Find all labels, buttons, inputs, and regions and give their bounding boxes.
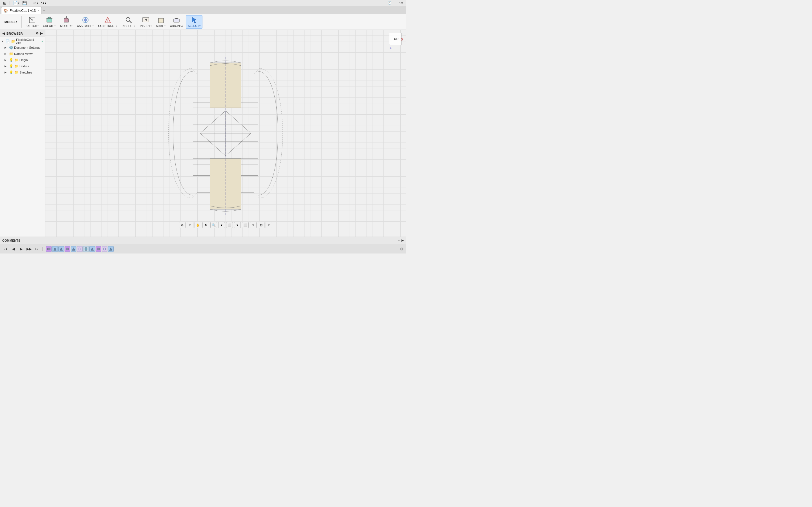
bulb-icon-sketches: 💡 (9, 70, 13, 74)
active-tab[interactable]: 🏠 FlexibleCap1 v13 × (1, 7, 42, 14)
sidebar-settings-button[interactable]: ⚙ (36, 32, 39, 35)
timeline-feature-4[interactable] (64, 246, 70, 252)
model-dropdown[interactable]: MODEL ▾ (2, 15, 19, 29)
main-area: ◀ BROWSER ⚙ ▶ ▼ 📄 📁 FlexibleCap1 v13 ✓ ▶… (0, 30, 406, 237)
svg-rect-3 (47, 18, 52, 22)
tab-bar: 🏠 FlexibleCap1 v13 × + (0, 6, 406, 14)
tree-item-root[interactable]: ▼ 📄 📁 FlexibleCap1 v13 ✓ (0, 38, 45, 45)
toolbar: MODEL ▾ SKETCH ▾ CREATE ▾ (0, 14, 406, 30)
new-file-button[interactable]: 📄▾ (12, 1, 20, 5)
timeline-feature-2[interactable] (52, 246, 58, 252)
sidebar-collapse-button[interactable]: ◀ (2, 32, 5, 36)
sidebar-tree: ▼ 📄 📁 FlexibleCap1 v13 ✓ ▶ ⚙️ Document S… (0, 37, 45, 237)
insert-tool-button[interactable]: INSERT ▾ (138, 15, 153, 29)
svg-rect-26 (174, 19, 179, 22)
save-button[interactable]: 💾 (21, 1, 28, 5)
svg-marker-63 (60, 247, 63, 250)
tab-close-button[interactable]: × (38, 9, 39, 12)
timeline-end-button[interactable]: ⏭ (34, 246, 40, 252)
view-orientation-button[interactable]: ⊕ (179, 222, 186, 228)
sidebar-header: ◀ BROWSER ⚙ ▶ (0, 30, 45, 37)
view-orbit-button[interactable]: ↻ (202, 222, 209, 228)
canvas-area[interactable]: X Z TOP (45, 30, 406, 237)
view-display-button[interactable]: ⬜ (226, 222, 233, 228)
view-orientation-arrow[interactable]: ▾ (187, 222, 193, 228)
top-menubar: ⊞ 📄▾ 💾 ↩▾ ↪▾ 🕐 ?▾ (0, 0, 406, 6)
sketch-tool-button[interactable]: SKETCH ▾ (24, 15, 40, 29)
inspect-tool-button[interactable]: INSPECT ▾ (120, 15, 137, 29)
timeline-feature-7[interactable] (83, 246, 89, 252)
timeline-feature-3[interactable] (58, 246, 64, 252)
timeline-feature-5[interactable] (71, 246, 77, 252)
bulb-icon-bodies: 💡 (9, 64, 13, 68)
help-button[interactable]: ?▾ (398, 1, 404, 5)
timeline-feature-9[interactable] (96, 246, 101, 252)
timeline-bar: ⏮ ◀ ▶ ▶▶ ⏭ (0, 244, 406, 253)
timeline-feature-8[interactable] (89, 246, 95, 252)
assemble-tool-button[interactable]: ASSEMBLE ▾ (75, 15, 95, 29)
tree-item-bodies[interactable]: ▶ 💡 📁 Bodies (0, 63, 45, 69)
svg-line-45 (200, 133, 225, 156)
new-tab-button[interactable]: + (43, 7, 45, 14)
construct-tool-button[interactable]: CONSTRUCT ▾ (96, 15, 119, 29)
timeline-settings-button[interactable]: ⚙ (400, 247, 404, 251)
tree-item-doc-settings[interactable]: ▶ ⚙️ Document Settings (0, 45, 45, 51)
folder-sketches-icon: 📁 (14, 70, 18, 74)
view-cube-top-button[interactable]: TOP (389, 33, 402, 45)
svg-line-43 (225, 111, 251, 133)
svg-point-66 (79, 248, 81, 250)
comments-collapse-button[interactable]: ▶ (402, 238, 404, 242)
sidebar: ◀ BROWSER ⚙ ▶ ▼ 📄 📁 FlexibleCap1 v13 ✓ ▶… (0, 30, 45, 237)
timeline-forward-button[interactable]: ▶▶ (26, 246, 32, 252)
view-effects-arrow[interactable]: ▾ (250, 222, 257, 228)
tab-title: FlexibleCap1 v13 (10, 9, 36, 13)
comments-add-button[interactable]: + (398, 239, 400, 242)
tree-label-named-views: Named Views (14, 52, 44, 55)
undo-button[interactable]: ↩▾ (33, 1, 39, 5)
svg-point-2 (32, 19, 33, 20)
timeline-feature-6[interactable] (77, 246, 83, 252)
view-display-arrow[interactable]: ▾ (234, 222, 241, 228)
select-tool-button[interactable]: SELECT ▾ (186, 15, 202, 29)
bulb-icon-origin: 💡 (9, 58, 13, 62)
tree-item-named-views[interactable]: ▶ 📁 Named Views (0, 51, 45, 57)
svg-line-20 (130, 21, 132, 23)
view-grid-arrow[interactable]: ▾ (266, 222, 272, 228)
app-menu-button[interactable]: ⊞ (2, 1, 7, 6)
tree-label-sketches: Sketches (19, 71, 44, 74)
timeline-rewind-button[interactable]: ⏮ (2, 246, 8, 252)
z-axis-label: Z (390, 46, 400, 50)
timeline-feature-10[interactable] (102, 246, 107, 252)
timeline-back-button[interactable]: ◀ (10, 246, 16, 252)
view-zoom-arrow[interactable]: ▾ (218, 222, 225, 228)
svg-rect-61 (47, 248, 50, 250)
make-tool-button[interactable]: MAKE ▾ (154, 15, 167, 29)
svg-line-16 (108, 17, 110, 23)
folder-origin-icon: 📁 (14, 58, 18, 62)
svg-marker-68 (91, 247, 94, 250)
view-grid-button[interactable]: ⊞ (258, 222, 264, 228)
tree-label-root: FlexibleCap1 v13 (16, 38, 40, 45)
create-tool-button[interactable]: CREATE ▾ (42, 15, 57, 29)
view-zoom-button[interactable]: 🔍 (210, 222, 217, 228)
tree-item-sketches[interactable]: ▶ 💡 📁 Sketches (0, 69, 45, 75)
timeline-feature-1[interactable] (46, 246, 52, 252)
tree-arrow-root: ▼ (1, 40, 4, 43)
sidebar-expand-button[interactable]: ▶ (40, 32, 43, 35)
comments-bar: COMMENTS + ▶ (0, 237, 406, 244)
folder-named-views-icon: 📁 (9, 52, 13, 56)
addins-tool-button[interactable]: ADD-INS ▾ (168, 15, 185, 29)
tree-item-origin[interactable]: ▶ 💡 📁 Origin (0, 57, 45, 63)
folder-icon: 📁 (11, 40, 15, 43)
timeline-feature-11[interactable] (108, 246, 114, 252)
view-pan-button[interactable]: ✋ (195, 222, 201, 228)
svg-marker-71 (109, 247, 112, 250)
view-effects-button[interactable]: ⬜ (242, 222, 249, 228)
timeline-play-button[interactable]: ▶ (18, 246, 24, 252)
view-cube: X Z TOP (386, 33, 403, 50)
modify-tool-button[interactable]: MODIFY ▾ (58, 15, 74, 29)
tree-label-origin: Origin (19, 58, 44, 62)
svg-rect-67 (85, 247, 87, 250)
check-icon: ✓ (41, 40, 44, 43)
redo-button[interactable]: ↪▾ (40, 1, 47, 5)
